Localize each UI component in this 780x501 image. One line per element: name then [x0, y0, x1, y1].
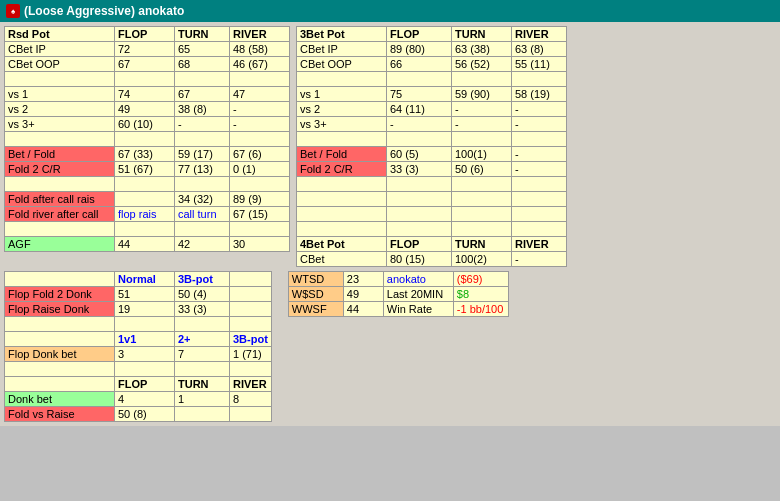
right-header-label: 3Bet Pot: [297, 27, 387, 42]
table-row: Fold after call rais 34 (32) 89 (9): [5, 192, 290, 207]
table-row: CBet IP 72 65 48 (58): [5, 42, 290, 57]
table-row: Flop Donk bet 3 7 1 (71): [5, 347, 272, 362]
right-table: 3Bet Pot FLOP TURN RIVER CBet IP 89 (80)…: [296, 26, 567, 267]
right-header-flop: FLOP: [387, 27, 452, 42]
table-row: [5, 72, 290, 87]
table-row: Bet / Fold 60 (5) 100(1) -: [297, 147, 567, 162]
table-row: CBet IP 89 (80) 63 (38) 63 (8): [297, 42, 567, 57]
left-header-label: Rsd Pot: [5, 27, 115, 42]
table-row: vs 3+ - - -: [297, 117, 567, 132]
left-table: Rsd Pot FLOP TURN RIVER CBet IP 72 65 48…: [4, 26, 290, 252]
right-header-turn: TURN: [452, 27, 512, 42]
table-row: CBet OOP 66 56 (52) 55 (11): [297, 57, 567, 72]
table-row: Fold 2 C/R 33 (3) 50 (6) -: [297, 162, 567, 177]
table-row: vs 2 49 38 (8) -: [5, 102, 290, 117]
table-row: CBet 80 (15) 100(2) -: [297, 252, 567, 267]
left-header-turn: TURN: [175, 27, 230, 42]
table-row: Donk bet 4 1 8: [5, 392, 272, 407]
table-row: Fold river after call flop rais call tur…: [5, 207, 290, 222]
table-row: vs 1 74 67 47: [5, 87, 290, 102]
table-row: [5, 177, 290, 192]
table-row: vs 2 64 (11) - -: [297, 102, 567, 117]
table-row: [297, 192, 567, 207]
donk-header-row2: 1v1 2+ 3B-pot: [5, 332, 272, 347]
title-bar: ♠ (Loose Aggressive) anokato: [0, 0, 780, 22]
table-row: W$SD 49 Last 20MIN $8: [288, 287, 508, 302]
table-row: WWSF 44 Win Rate -1 bb/100: [288, 302, 508, 317]
table-row: [5, 362, 272, 377]
table-row: [297, 207, 567, 222]
table-row: AGF 44 42 30: [5, 237, 290, 252]
title-text: (Loose Aggressive) anokato: [24, 4, 184, 18]
donk-header-row: Normal 3B-pot: [5, 272, 272, 287]
title-icon: ♠: [6, 4, 20, 18]
table-row: [5, 317, 272, 332]
table-row: [5, 132, 290, 147]
table-row: vs 3+ 60 (10) - -: [5, 117, 290, 132]
table-row: [5, 222, 290, 237]
table-row: CBet OOP 67 68 46 (67): [5, 57, 290, 72]
left-header-flop: FLOP: [115, 27, 175, 42]
donk-table: Normal 3B-pot Flop Fold 2 Donk 51 50 (4)…: [4, 271, 272, 422]
left-table-container: Rsd Pot FLOP TURN RIVER CBet IP 72 65 48…: [4, 26, 290, 267]
table-row: Fold 2 C/R 51 (67) 77 (13) 0 (1): [5, 162, 290, 177]
table-row: [297, 132, 567, 147]
table-row: WTSD 23 anokato ($69): [288, 272, 508, 287]
stats-table-container: WTSD 23 anokato ($69) W$SD 49 Last 20MIN…: [288, 271, 509, 422]
donk-table-container: Normal 3B-pot Flop Fold 2 Donk 51 50 (4)…: [4, 271, 272, 422]
table-row: Bet / Fold 67 (33) 59 (17) 67 (6): [5, 147, 290, 162]
right-table-container: 3Bet Pot FLOP TURN RIVER CBet IP 89 (80)…: [296, 26, 567, 267]
left-header-river: RIVER: [230, 27, 290, 42]
right-header-river: RIVER: [512, 27, 567, 42]
table-row: [297, 72, 567, 87]
donk-header-row3: FLOP TURN RIVER: [5, 377, 272, 392]
right-4bet-header: 4Bet Pot FLOP TURN RIVER: [297, 237, 567, 252]
stats-table: WTSD 23 anokato ($69) W$SD 49 Last 20MIN…: [288, 271, 509, 317]
table-row: Fold vs Raise 50 (8): [5, 407, 272, 422]
table-row: Flop Raise Donk 19 33 (3): [5, 302, 272, 317]
table-row: Flop Fold 2 Donk 51 50 (4): [5, 287, 272, 302]
table-row: [297, 177, 567, 192]
table-row: vs 1 75 59 (90) 58 (19): [297, 87, 567, 102]
table-row: [297, 222, 567, 237]
